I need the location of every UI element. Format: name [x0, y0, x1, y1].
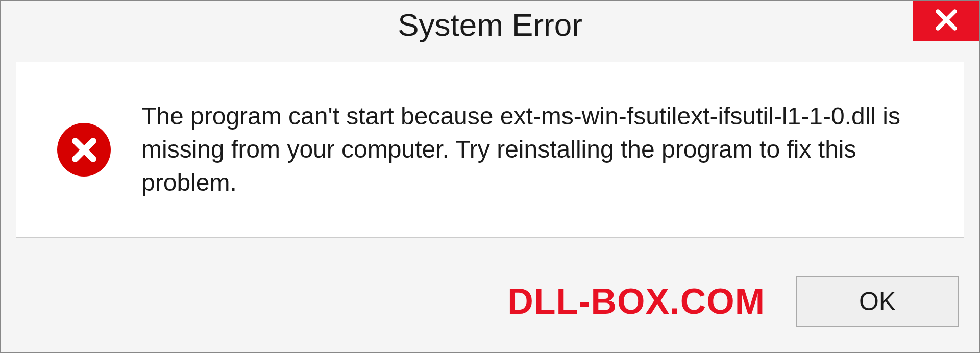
content-panel: The program can't start because ext-ms-w… [16, 62, 964, 238]
error-message: The program can't start because ext-ms-w… [141, 100, 923, 199]
close-button[interactable] [913, 1, 979, 41]
error-icon-wrap [57, 123, 111, 176]
error-dialog: System Error The program can't start bec… [0, 0, 980, 353]
dialog-title: System Error [398, 7, 582, 43]
titlebar: System Error [1, 1, 979, 57]
footer: DLL-BOX.COM OK [1, 250, 979, 352]
watermark-text: DLL-BOX.COM [507, 281, 765, 322]
close-icon [934, 7, 959, 35]
ok-button[interactable]: OK [796, 276, 959, 327]
error-icon [57, 123, 111, 176]
